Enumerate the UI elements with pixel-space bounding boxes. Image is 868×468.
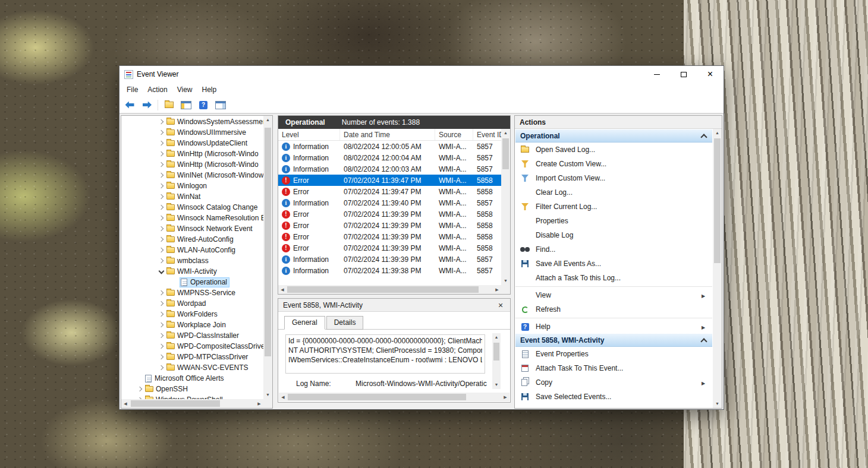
forward-button[interactable] [140, 99, 153, 112]
help-button[interactable] [197, 99, 210, 112]
event-row[interactable]: Information08/02/2024 12:00:05 AMWMI-A..… [278, 141, 501, 152]
chevron-right-icon[interactable] [157, 238, 165, 241]
event-row[interactable]: Information08/02/2024 12:00:03 AMWMI-A..… [278, 163, 501, 175]
open-saved-log-button[interactable] [162, 99, 175, 112]
close-button[interactable] [697, 66, 724, 83]
tree-item-winlogon[interactable]: Winlogon [121, 181, 263, 191]
column-header-source[interactable]: Source [435, 129, 473, 140]
chevron-right-icon[interactable] [157, 216, 165, 220]
tree-item-wpd-classinstaller[interactable]: WPD-ClassInstaller [121, 330, 263, 341]
preview-vertical-scrollbar[interactable] [492, 333, 501, 389]
preview-close-icon[interactable] [496, 301, 505, 310]
titlebar[interactable]: Event Viewer [119, 66, 724, 83]
action-filter-current-log[interactable]: Filter Current Log... [515, 200, 712, 214]
event-row[interactable]: Information07/02/2024 11:39:40 PMWMI-A..… [278, 197, 501, 208]
event-description-box[interactable]: Id = {00000000-0000-0000-0000-0000000000… [285, 334, 485, 374]
tree-item-workplace-join[interactable]: Workplace Join [121, 320, 263, 330]
menu-help[interactable]: Help [197, 84, 222, 96]
event-row[interactable]: Error07/02/2024 11:39:39 PMWMI-A...5858 [278, 208, 501, 220]
scroll-up-icon[interactable] [492, 333, 501, 341]
chevron-right-icon[interactable] [157, 152, 165, 156]
list-horizontal-scrollbar[interactable] [278, 285, 501, 294]
collapse-chevron-icon[interactable] [700, 337, 707, 344]
event-row[interactable]: Information07/02/2024 11:39:38 PMWMI-A..… [278, 265, 501, 276]
chevron-right-icon[interactable] [157, 312, 165, 316]
chevron-right-icon[interactable] [157, 344, 165, 348]
chevron-right-icon[interactable] [136, 387, 144, 391]
chevron-right-icon[interactable] [157, 184, 165, 188]
action-view[interactable]: View [515, 288, 712, 302]
show-console-tree-button[interactable] [180, 99, 193, 112]
event-row[interactable]: Error07/02/2024 11:39:39 PMWMI-A...5858 [278, 220, 501, 231]
chevron-down-icon[interactable] [157, 270, 165, 273]
chevron-right-icon[interactable] [157, 366, 165, 369]
minimize-button[interactable] [643, 66, 670, 83]
actions-group-header-operational[interactable]: Operational [515, 129, 712, 143]
tree-vscroll-thumb[interactable] [265, 128, 271, 356]
action-find[interactable]: Find... [515, 242, 712, 257]
action-save-selected-events[interactable]: Save Selected Events... [515, 390, 712, 404]
tree-item-operational[interactable]: Operational [121, 277, 263, 287]
actions-group-header-event-5858-wmi-activity[interactable]: Event 5858, WMI-Activity [515, 334, 712, 347]
action-attach-a-task-to-this-log[interactable]: Attach a Task To this Log... [515, 271, 712, 285]
menu-action[interactable]: Action [143, 84, 172, 96]
scroll-left-icon[interactable] [279, 393, 287, 401]
tree-horizontal-scrollbar[interactable] [121, 399, 263, 408]
action-disable-log[interactable]: Disable Log [515, 228, 712, 242]
tree-item-windowsuiimmersive[interactable]: WindowsUIImmersive [121, 127, 263, 138]
chevron-right-icon[interactable] [157, 334, 165, 337]
tree-item-winsock-network-event[interactable]: Winsock Network Event [121, 223, 263, 234]
chevron-right-icon[interactable] [157, 131, 165, 134]
menu-file[interactable]: File [122, 84, 143, 96]
tree-item-wmbclass[interactable]: wmbclass [121, 255, 263, 266]
scroll-left-icon[interactable] [121, 399, 130, 408]
preview-vscroll-thumb[interactable] [493, 343, 499, 361]
tree-item-wired-autoconfig[interactable]: Wired-AutoConfig [121, 234, 263, 245]
scroll-up-icon[interactable] [501, 129, 510, 137]
action-event-properties[interactable]: Event Properties [515, 347, 712, 361]
action-help[interactable]: Help [515, 320, 712, 334]
show-action-pane-button[interactable] [214, 99, 227, 112]
chevron-right-icon[interactable] [157, 120, 165, 124]
chevron-right-icon[interactable] [157, 248, 165, 252]
tree-item-openssh[interactable]: OpenSSH [121, 384, 263, 394]
action-properties[interactable]: Properties [515, 214, 712, 228]
tree-item-wmi-activity[interactable]: WMI-Activity [121, 266, 263, 277]
scroll-right-icon[interactable] [255, 399, 263, 408]
scroll-up-icon[interactable] [713, 129, 722, 137]
action-copy[interactable]: Copy [515, 375, 712, 390]
tree-item-windowssystemassessmen[interactable]: WindowsSystemAssessmen [121, 116, 263, 127]
tree-item-winhttp-microsoft-windo[interactable]: WinHttp (Microsoft-Windo [121, 148, 263, 159]
list-vscroll-thumb[interactable] [502, 138, 509, 169]
tab-general[interactable]: General [284, 316, 325, 330]
preview-horizontal-scrollbar[interactable] [279, 393, 510, 401]
chevron-right-icon[interactable] [157, 355, 165, 359]
chevron-right-icon[interactable] [157, 205, 165, 209]
tree-item-windowsupdateclient[interactable]: WindowsUpdateClient [121, 138, 263, 148]
event-row[interactable]: Information07/02/2024 11:39:39 PMWMI-A..… [278, 254, 501, 265]
tree-hscroll-thumb[interactable] [131, 400, 220, 407]
tree-item-wwan-svc-events[interactable]: WWAN-SVC-EVENTS [121, 362, 263, 373]
preview-hscroll-thumb[interactable] [288, 394, 466, 400]
tree-item-wmpnss-service[interactable]: WMPNSS-Service [121, 287, 263, 298]
tree-item-wlan-autoconfig[interactable]: WLAN-AutoConfig [121, 245, 263, 255]
maximize-button[interactable] [670, 66, 697, 83]
tree-item-winsock-nameresolution-e[interactable]: Winsock NameResolution E [121, 213, 263, 223]
menu-view[interactable]: View [172, 84, 197, 96]
tree-item-wpd-compositeclassdriver[interactable]: WPD-CompositeClassDriver [121, 341, 263, 352]
tree-item-wordpad[interactable]: Wordpad [121, 298, 263, 309]
tree-item-winnat[interactable]: WinNat [121, 191, 263, 202]
tab-details[interactable]: Details [326, 316, 364, 330]
action-refresh[interactable]: Refresh [515, 302, 712, 317]
chevron-right-icon[interactable] [157, 163, 165, 166]
tree-item-microsoft-office-alerts[interactable]: Microsoft Office Alerts [121, 373, 263, 384]
column-header-date-and-time[interactable]: Date and Time [340, 129, 435, 140]
chevron-right-icon[interactable] [157, 173, 165, 177]
scroll-down-icon[interactable] [263, 391, 272, 399]
list-vertical-scrollbar[interactable] [501, 129, 510, 285]
actions-vscroll-thumb[interactable] [714, 138, 721, 263]
back-button[interactable] [123, 99, 136, 112]
chevron-right-icon[interactable] [157, 302, 165, 305]
action-create-custom-view[interactable]: Create Custom View... [515, 157, 712, 171]
tree-vertical-scrollbar[interactable] [263, 116, 272, 399]
